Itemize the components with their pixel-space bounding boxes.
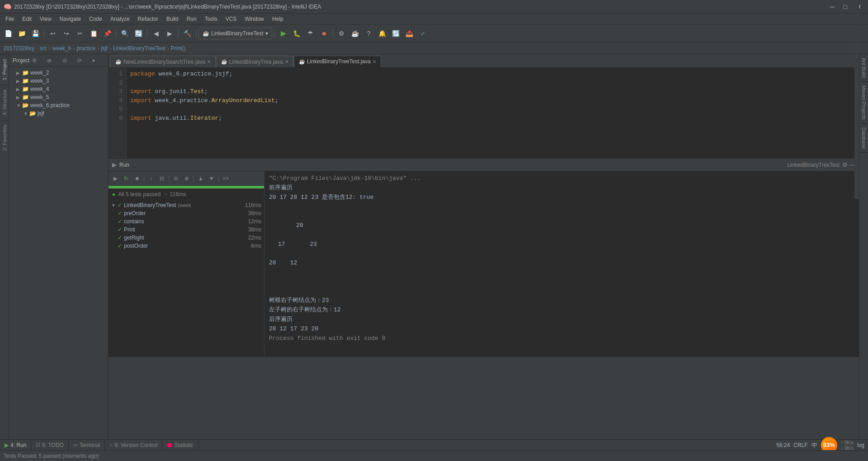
run-config-selector[interactable]: ☕ LinkedBinaryTreeTest ▾ [198, 28, 272, 39]
undo-button[interactable]: ↩ [47, 27, 59, 40]
tab-linkedbttest[interactable]: ☕ LinkedBinaryTreeTest.java ✕ [294, 56, 381, 67]
menu-file[interactable]: File [2, 15, 18, 23]
vtab-maven[interactable]: Maven Projects [860, 82, 868, 124]
expand-all-button[interactable]: ⊕ [182, 174, 192, 183]
save-all-button[interactable]: 💾 [29, 27, 42, 40]
breadcrumb-jsjf[interactable]: jsjf [101, 45, 108, 52]
minimize-button[interactable]: ─ [827, 2, 837, 11]
menu-edit[interactable]: Edit [19, 15, 35, 23]
menu-code[interactable]: Code [85, 15, 106, 23]
test-item-postorder[interactable]: ✓ postOrder 6ms [108, 242, 264, 250]
menu-navigate[interactable]: Navigate [56, 15, 85, 23]
menu-build[interactable]: Build [163, 15, 182, 23]
next-failed-button[interactable]: ▼ [207, 174, 217, 183]
tree-item-week4[interactable]: ▶ 📁 week_4 [9, 85, 108, 93]
prev-failed-button[interactable]: ▲ [196, 174, 206, 183]
menu-vcs[interactable]: VCS [222, 15, 241, 23]
replace-button[interactable]: 🔄 [132, 27, 145, 40]
test-item-print[interactable]: ✓ Print 38ms [108, 226, 264, 234]
vtab-ant-build[interactable]: Ant Build [860, 54, 868, 82]
menu-run[interactable]: Run [183, 15, 200, 23]
menu-tools[interactable]: Tools [201, 15, 221, 23]
sdk-button[interactable]: ☕ [349, 27, 362, 40]
suite-label: LinkedBinaryTreeTest [124, 202, 176, 208]
stop-button[interactable]: ■ [318, 27, 330, 40]
breadcrumb-week6[interactable]: week_6 [52, 45, 71, 52]
settings-button[interactable]: ⚙ [335, 27, 348, 40]
tab-newlinkedbst[interactable]: ☕ NewLinkedBinarySearchTree.java ✕ [110, 56, 216, 67]
forward-button[interactable]: ▶ [163, 27, 176, 40]
project-dropdown-icon[interactable]: ▾ [91, 56, 104, 65]
breadcrumb-practice[interactable]: practice [76, 45, 95, 52]
menu-refactor[interactable]: Refactor [134, 15, 162, 23]
close-tab-linkedbttest[interactable]: ✕ [373, 59, 376, 64]
update-button[interactable]: 🔃 [390, 27, 402, 40]
breadcrumb-file[interactable]: LinkedBinaryTreeTest [113, 45, 165, 52]
vtab-structure[interactable]: 4: Structure [0, 85, 9, 120]
bottom-tab-todo[interactable]: ☑ 6: TODO [31, 440, 69, 450]
back-button[interactable]: ◀ [150, 27, 162, 40]
rerun-failed-button[interactable]: ↻ [121, 174, 131, 183]
tree-item-week6practice[interactable]: ▼ 📂 week_6.practice [9, 101, 108, 109]
filter-button[interactable]: ⊟ [157, 174, 167, 183]
test-item-preorder[interactable]: ✓ preOrder 38ms [108, 209, 264, 217]
bottom-tab-run[interactable]: ▶ 4: Run [0, 440, 31, 450]
test-item-getright[interactable]: ✓ getRight 22ms [108, 234, 264, 242]
breadcrumb-method[interactable]: Print() [171, 45, 186, 52]
test-item-contains[interactable]: ✓ contains 12ms [108, 217, 264, 226]
run-panel-scrollbar[interactable] [854, 54, 859, 199]
notifications-button[interactable]: 🔔 [376, 27, 389, 40]
run-panel-close-icon[interactable]: ▶ [112, 161, 117, 168]
code-editor[interactable]: package week_6.practice.jsjf; import org… [127, 68, 854, 158]
copy-button[interactable]: 📋 [87, 27, 100, 40]
run-coverage-button[interactable]: ☂ [304, 27, 317, 40]
open-button[interactable]: 📁 [15, 27, 28, 40]
vtab-project[interactable]: 1: Project [0, 54, 9, 85]
close-tab-newlinkedbst[interactable]: ✕ [207, 59, 211, 64]
vtab-favorites[interactable]: 2: Favorites [0, 120, 9, 155]
menu-analyze[interactable]: Analyze [107, 15, 133, 23]
more-options-button[interactable]: >> [221, 174, 231, 183]
test-suite-item[interactable]: ▼ ✓ LinkedBinaryTreeTest (week 116ms [108, 201, 264, 209]
debug-button[interactable]: 🐛 [291, 27, 303, 40]
find-button[interactable]: 🔍 [118, 27, 131, 40]
help-button[interactable]: ? [363, 27, 375, 40]
run-button[interactable]: ▶ [277, 27, 290, 40]
rerun-button[interactable]: ▶ [110, 174, 120, 183]
sort-button[interactable]: ↕ [146, 174, 156, 183]
tree-item-week5[interactable]: ▶ 📁 week_5 [9, 93, 108, 101]
stop-run-button[interactable]: ■ [132, 174, 142, 183]
check-button[interactable]: ✓ [417, 27, 429, 40]
maximize-button[interactable]: □ [841, 2, 850, 11]
project-expand-icon[interactable]: ⊕ [46, 56, 59, 65]
menu-view[interactable]: View [36, 15, 55, 23]
project-sync-icon[interactable]: ⟳ [76, 56, 90, 65]
tree-item-week3[interactable]: ▶ 📁 week_3 [9, 77, 108, 85]
new-file-button[interactable]: 📄 [2, 27, 14, 40]
build-button[interactable]: 🔨 [181, 27, 193, 40]
collapse-all-button[interactable]: ⊖ [171, 174, 181, 183]
bottom-tab-statistic[interactable]: Statistic [163, 440, 198, 450]
paste-button[interactable]: 📌 [101, 27, 113, 40]
status-crlf[interactable]: CRLF [793, 442, 807, 448]
run-header-settings-icon[interactable]: ⚙ [842, 161, 848, 168]
menu-window[interactable]: Window [241, 15, 268, 23]
share-button[interactable]: 📤 [403, 27, 416, 40]
close-tab-linkedbt[interactable]: ✕ [285, 59, 288, 64]
project-collapse-icon[interactable]: ⊖ [61, 56, 75, 65]
tree-item-jsjf[interactable]: ▼ 📂 jsjf [9, 109, 108, 118]
cut-button[interactable]: ✂ [74, 27, 86, 40]
bottom-tab-terminal[interactable]: ▭ Terminal [69, 440, 105, 450]
menu-help[interactable]: Help [269, 15, 287, 23]
tab-linkedbt[interactable]: ☕ LinkedBinaryTree.java ✕ [216, 56, 293, 67]
project-settings-icon[interactable]: ⚙ [31, 56, 44, 65]
tree-item-week2[interactable]: ▶ 📁 week_2 [9, 69, 108, 77]
breadcrumb-root[interactable]: 20172328lxy [4, 45, 34, 52]
bottom-tab-vcs[interactable]: ⑂ 9: Version Control [105, 440, 162, 450]
breadcrumb-src[interactable]: src [40, 45, 47, 52]
status-log[interactable]: log [857, 442, 864, 448]
vtab-database[interactable]: Database [860, 124, 868, 153]
status-position[interactable]: 56:24 [776, 442, 790, 448]
print-pass-icon: ✓ [118, 226, 122, 233]
redo-button[interactable]: ↪ [60, 27, 73, 40]
